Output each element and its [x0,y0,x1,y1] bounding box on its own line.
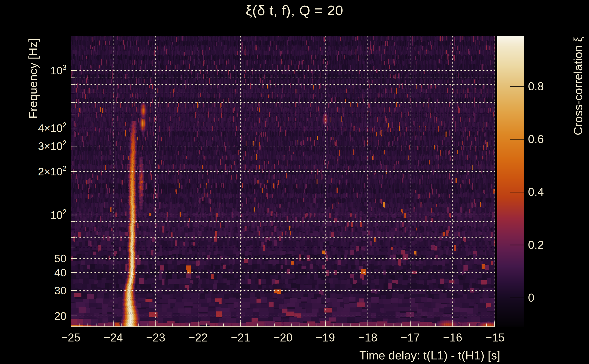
colorbar-tick-label-0.4: 0.4 [528,185,544,199]
x-tick-label-18: −18 [358,331,377,344]
x-tick-label-25: −25 [61,331,81,344]
y-tick-label-400: 4×102 [38,122,66,134]
y-tick-label-50: 50 [54,252,66,265]
y-tick-label-40: 40 [54,266,66,279]
x-tick-label-16: −16 [443,331,462,344]
x-tick-label-23: −23 [146,331,165,344]
y-tick-label-1000: 103 [50,64,66,77]
y-tick-label-100: 102 [50,209,66,221]
colorbar-tick-label-0.6: 0.6 [528,133,544,146]
heatmap-canvas [71,36,495,327]
colorbar-gradient [497,36,524,327]
x-tick-label-19: −19 [316,331,335,344]
x-tick-label-22: −22 [189,331,208,344]
x-tick-label-24: −24 [104,331,123,344]
colorbar-tick-label-0.8: 0.8 [528,80,544,93]
y-tick-label-200: 2×102 [38,165,66,178]
colorbar-label: Cross-correlation ξ [571,37,585,135]
x-tick-label-21: −21 [231,331,250,344]
page-background: { "page": { "background": "#000000", "te… [0,0,589,364]
colorbar-tick-label-0.2: 0.2 [528,238,544,252]
colorbar-tick-label-0: 0 [528,291,534,304]
y-axis-label: Frequency [Hz] [26,39,40,119]
y-tick-label-300: 3×102 [38,140,66,152]
x-tick-label-17: −17 [400,331,420,344]
chart-title: ξ(δ t, f), Q = 20 [0,2,589,19]
x-tick-label-15: −15 [485,331,505,344]
y-tick-label-20: 20 [54,310,66,322]
y-tick-label-30: 30 [54,284,66,297]
x-axis-label: Time delay: t(L1) - t(H1) [s] [359,349,500,362]
x-tick-label-20: −20 [273,331,293,344]
